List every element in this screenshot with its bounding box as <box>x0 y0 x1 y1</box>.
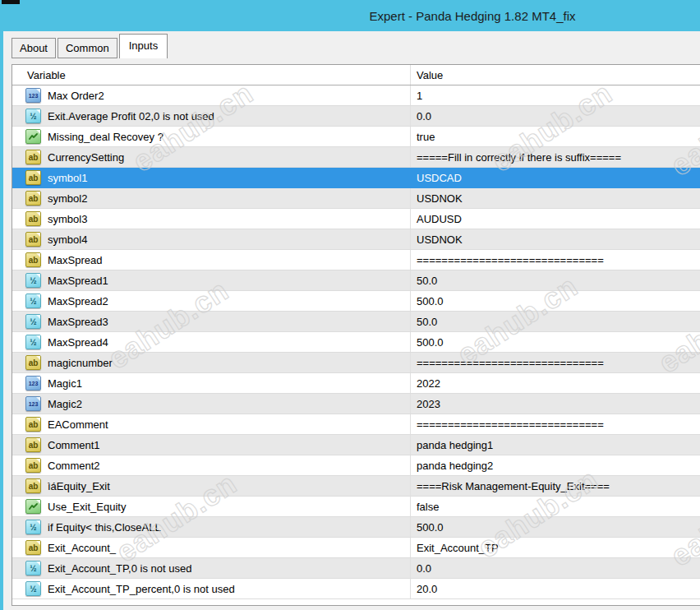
param-row[interactable]: Use_Exit_Equityfalse <box>12 497 700 517</box>
tab-bar: About Common Inputs <box>12 34 169 58</box>
param-label-cell: abComment1 <box>12 435 411 455</box>
param-row[interactable]: abìáEquity_Exit====Risk Management-Equit… <box>12 476 700 497</box>
param-label-cell: abìáEquity_Exit <box>12 476 411 496</box>
string-type-icon: ab <box>25 170 41 185</box>
param-name: MaxSpread2 <box>48 295 108 307</box>
param-name: Magic2 <box>48 398 82 410</box>
param-row[interactable]: abExit_Account_Exit_Account_TP <box>12 538 700 558</box>
param-label-cell: absymbol3 <box>12 209 411 229</box>
param-row[interactable]: abComment2panda hedging2 <box>12 455 700 476</box>
param-value[interactable]: 0.0 <box>411 558 700 578</box>
param-value[interactable]: panda hedging2 <box>411 455 700 475</box>
param-name: ìáEquity_Exit <box>48 480 110 492</box>
string-type-icon: ab <box>25 417 41 432</box>
param-label-cell: Use_Exit_Equity <box>12 497 411 516</box>
param-value[interactable]: USDCAD <box>411 168 700 187</box>
param-value[interactable]: 2022 <box>411 373 700 393</box>
double-type-icon: ½ <box>25 109 41 123</box>
window-corner-mark <box>2 0 20 4</box>
string-type-icon: ab <box>25 540 41 555</box>
grid-rows: 123Max Order21½Exit.Average Profit 02,0 … <box>12 85 700 599</box>
param-label-cell: absymbol4 <box>12 229 411 249</box>
param-name: if Equity< this,CloseALL <box>48 521 161 534</box>
tab-common[interactable]: Common <box>58 38 117 58</box>
param-name: symbol4 <box>48 233 87 246</box>
string-type-icon: ab <box>25 458 41 473</box>
param-row[interactable]: 123Magic12022 <box>12 373 700 394</box>
param-row[interactable]: ½Exit_Account_TP,0 is not used0.0 <box>12 558 700 579</box>
param-row[interactable]: ½Exit_Account_TP_percent,0 is not used20… <box>12 579 700 599</box>
param-value[interactable]: ====Risk Management-Equity_Exit==== <box>411 476 700 496</box>
string-type-icon: ab <box>25 232 41 247</box>
param-value[interactable]: true <box>411 127 700 146</box>
param-row[interactable]: abEAComment=============================… <box>12 414 700 435</box>
param-value[interactable]: 50.0 <box>411 270 700 290</box>
bool-type-icon <box>25 499 41 514</box>
double-type-icon: ½ <box>25 273 41 288</box>
double-type-icon: ½ <box>25 520 41 534</box>
param-value[interactable]: Exit_Account_TP <box>411 538 700 557</box>
param-label-cell: ½MaxSpread1 <box>12 270 411 290</box>
param-name: Comment1 <box>48 439 100 451</box>
param-value[interactable]: USDNOK <box>411 229 700 249</box>
param-row[interactable]: ½MaxSpread4500.0 <box>12 332 700 353</box>
param-row[interactable]: absymbol4USDNOK <box>12 229 700 250</box>
param-row[interactable]: 123Magic22023 <box>12 394 700 414</box>
param-value[interactable]: =====Fill in correctly if there is suffi… <box>411 147 700 167</box>
param-name: Exit.Average Profit 02,0 is not used <box>48 110 214 122</box>
param-row[interactable]: abComment1panda hedging1 <box>12 435 700 455</box>
param-row[interactable]: abMaxSpread=============================… <box>12 250 700 270</box>
param-row[interactable]: abmagicnumber===========================… <box>12 353 700 373</box>
param-label-cell: ½Exit.Average Profit 02,0 is not used <box>12 106 411 126</box>
param-value[interactable]: ============================== <box>411 250 700 270</box>
param-row[interactable]: absymbol3AUDUSD <box>12 209 700 229</box>
param-value[interactable]: 50.0 <box>411 312 700 331</box>
param-row[interactable]: ½Exit.Average Profit 02,0 is not used0.0 <box>12 106 700 127</box>
string-type-icon: ab <box>25 355 41 370</box>
tab-inputs[interactable]: Inputs <box>119 34 168 58</box>
param-name: MaxSpread3 <box>48 316 108 328</box>
param-name: Magic1 <box>48 377 82 390</box>
param-value[interactable]: 500.0 <box>411 291 700 311</box>
param-value[interactable]: USDNOK <box>411 188 700 208</box>
param-row[interactable]: abCurrencySetting=====Fill in correctly … <box>12 147 700 168</box>
param-name: Missing_deal Recovey ? <box>48 131 163 143</box>
param-value[interactable]: 500.0 <box>411 332 700 352</box>
param-label-cell: abCurrencySetting <box>12 147 411 167</box>
param-value[interactable]: false <box>411 497 700 516</box>
param-label-cell: 123Magic1 <box>12 373 411 393</box>
title-bar[interactable]: Expert - Panda Hedging 1.82 MT4_fix <box>0 0 700 31</box>
param-label-cell: abMaxSpread <box>12 250 411 270</box>
double-type-icon: ½ <box>25 293 41 308</box>
param-label-cell: abmagicnumber <box>12 353 411 372</box>
param-row[interactable]: absymbol2USDNOK <box>12 188 700 209</box>
param-value[interactable]: 20.0 <box>411 579 700 598</box>
param-value[interactable]: 1 <box>411 85 700 105</box>
param-value[interactable]: AUDUSD <box>411 209 700 229</box>
param-name: MaxSpread4 <box>48 336 108 349</box>
param-row[interactable]: ½MaxSpread2500.0 <box>12 291 700 312</box>
inputs-grid: Variable Value 123Max Order21½Exit.Avera… <box>12 64 700 606</box>
param-row[interactable]: ½MaxSpread350.0 <box>12 312 700 332</box>
param-value[interactable]: ============================== <box>411 353 700 372</box>
double-type-icon: ½ <box>25 314 41 329</box>
param-name: Comment2 <box>48 460 100 472</box>
param-row[interactable]: 123Max Order21 <box>12 85 700 106</box>
param-value[interactable]: panda hedging1 <box>411 435 700 455</box>
string-type-icon: ab <box>25 191 41 206</box>
param-row[interactable]: absymbol1USDCAD <box>12 168 700 188</box>
param-value[interactable]: ============================== <box>411 414 700 434</box>
param-row[interactable]: ½if Equity< this,CloseALL500.0 <box>12 517 700 538</box>
param-value[interactable]: 2023 <box>411 394 700 414</box>
param-row[interactable]: ½MaxSpread150.0 <box>12 270 700 291</box>
tab-about[interactable]: About <box>12 38 56 58</box>
param-value[interactable]: 500.0 <box>411 517 700 537</box>
param-name: symbol3 <box>48 213 87 225</box>
param-value[interactable]: 0.0 <box>411 106 700 126</box>
string-type-icon: ab <box>25 252 41 267</box>
param-label-cell: ½if Equity< this,CloseALL <box>12 517 411 537</box>
param-row[interactable]: Missing_deal Recovey ?true <box>12 127 700 147</box>
param-name: Exit_Account_ <box>48 542 116 554</box>
string-type-icon: ab <box>25 211 41 226</box>
double-type-icon: ½ <box>25 581 41 596</box>
